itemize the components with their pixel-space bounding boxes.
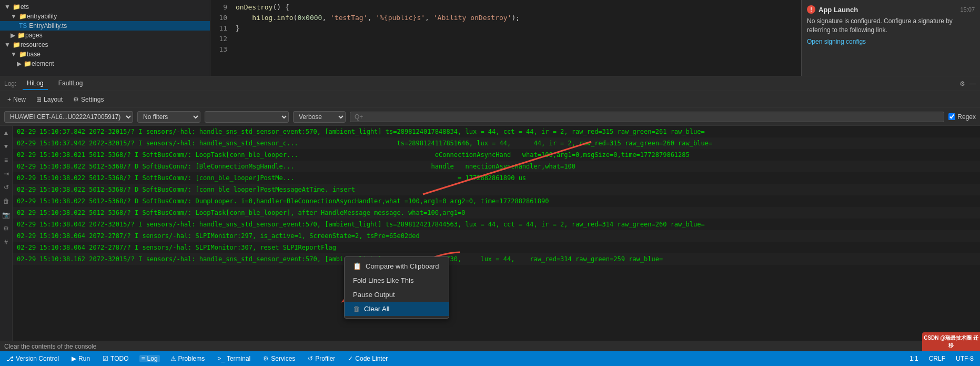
notif-body: No signature is configured. Configure a … [807, 17, 975, 35]
code-token: , [425, 14, 433, 22]
tree-item-ets[interactable]: ▼ 📁 ets [0, 2, 210, 12]
new-button[interactable]: + New [4, 95, 29, 104]
filter-row: HUAWEI CET-AL6...U0222A17005917) No filt… [0, 108, 980, 126]
code-lines: 9 10 11 12 13 onDestroy() { hilog.info(0… [210, 0, 801, 76]
tab-faultlog[interactable]: FaultLog [54, 77, 87, 90]
status-encoding: UTF-8 [954, 355, 976, 362]
log-line: 02-29 15:10:38.022 5012-5368/? D SoftBus… [13, 195, 980, 207]
status-profiler[interactable]: ↺ Profiler [306, 355, 337, 362]
profiler-icon: ↺ [308, 355, 313, 362]
status-msg-text: Clear the contents of the console [4, 343, 96, 350]
sidebar-tag-icon[interactable]: # [2, 238, 11, 247]
settings-button[interactable]: ⚙ Settings [70, 95, 107, 104]
settings-icon[interactable]: ⚙ [959, 80, 965, 87]
regex-checkbox[interactable]: Regex [948, 113, 976, 121]
search-input[interactable] [350, 112, 944, 122]
compare-clipboard-item[interactable]: 📋 Compare with Clipboard [345, 259, 449, 273]
tree-item-base[interactable]: ▼ 📁 base [0, 50, 210, 59]
log-line: 02-29 15:10:38.021 5012-5368/? I SoftBus… [13, 149, 980, 161]
nofilter-select[interactable]: No filters [137, 111, 200, 123]
tree-item-pages[interactable]: ▶ 📁 pages [0, 31, 210, 40]
notif-link[interactable]: Open signing configs [807, 38, 866, 45]
empty-filter-select[interactable] [205, 111, 289, 123]
log-icon: ≡ [142, 355, 145, 362]
bottom-status-msg: Clear the contents of the console [0, 341, 980, 351]
terminal-icon: >_ [217, 355, 225, 362]
regex-label: Regex [957, 113, 976, 121]
tree-label: base [27, 51, 41, 58]
status-run[interactable]: ▶ Run [69, 355, 92, 362]
clear-all-item[interactable]: 🗑 Clear All [345, 302, 449, 316]
device-select[interactable]: HUAWEI CET-AL6...U0222A17005917) [4, 111, 133, 123]
tree-label: element [32, 60, 54, 67]
sidebar-refresh-icon[interactable]: ↺ [2, 183, 11, 192]
layout-icon: ⊞ [36, 96, 42, 103]
status-code-linter[interactable]: ✓ Code Linter [346, 355, 390, 362]
tree-label: resources [21, 41, 48, 48]
sidebar-up-icon[interactable]: ▲ [2, 128, 11, 137]
tree-item-resources[interactable]: ▼ 📁 resources [0, 40, 210, 50]
plus-icon: + [7, 96, 11, 103]
folder-icon: 📁 [24, 60, 32, 67]
sidebar-indent-icon[interactable]: ≡ [2, 155, 11, 165]
log-line: 02-29 15:10:38.022 5012-5368/? I SoftBus… [13, 207, 980, 219]
status-log[interactable]: ≡ Log [139, 355, 160, 362]
regex-check[interactable] [948, 113, 955, 120]
tree-item-element[interactable]: ▶ 📁 element [0, 59, 210, 68]
log-line: 02-29 15:10:38.162 2072-32015/? I sensor… [13, 253, 980, 265]
tab-hilog[interactable]: HiLog [23, 77, 47, 90]
folder-icon: 📁 [19, 51, 27, 58]
notif-time: 15:07 [960, 6, 975, 13]
arrow-icon: ▶ [11, 32, 15, 39]
log-line: 02-29 15:10:37.942 2072-32015/? I sensor… [13, 137, 980, 149]
arrow-icon: ▶ [17, 60, 22, 67]
code-token: onDestroy [236, 3, 272, 11]
fold-lines-item[interactable]: Fold Lines Like This [345, 273, 449, 288]
folder-icon: 📁 [19, 13, 27, 20]
code-token: } [236, 24, 240, 32]
layout-button[interactable]: ⊞ Layout [33, 95, 66, 104]
pause-output-item[interactable]: Pause Output [345, 288, 449, 302]
sidebar-delete-icon[interactable]: 🗑 [2, 196, 11, 206]
log-line: 02-29 15:10:38.022 5012-5368/? D SoftBus… [13, 161, 980, 172]
settings-label: Settings [81, 96, 104, 103]
csdn-text: CSDN @瑞最技术圈 迁移 [922, 333, 980, 350]
tree-label: EntryAbility.ts [29, 22, 67, 29]
ts-icon: TS [19, 22, 27, 29]
error-icon: ! [807, 5, 815, 14]
todo-label: TODO [110, 355, 128, 362]
sidebar-camera-icon[interactable]: 📷 [2, 210, 11, 220]
code-linter-label: Code Linter [355, 355, 388, 362]
status-version-control[interactable]: ⎇ Version Control [4, 355, 61, 362]
arrow-icon: ▼ [11, 13, 17, 20]
minus-icon[interactable]: — [969, 80, 976, 87]
code-line-10: onDestroy() { [236, 2, 801, 13]
compare-icon: 📋 [353, 262, 361, 270]
fold-label: Fold Lines Like This [353, 276, 413, 284]
tree-label: ets [21, 3, 29, 11]
tree-item-entryability[interactable]: ▼ 📁 entryability [0, 12, 210, 21]
main-layout: ▼ 📁 ets ▼ 📁 entryability TS EntryAbility… [0, 0, 980, 366]
version-control-label: Version Control [16, 355, 59, 362]
folder-icon: 📁 [13, 41, 21, 48]
problems-label: Problems [178, 355, 205, 362]
log-line: 02-29 15:10:38.064 2072-2787/? I sensors… [13, 242, 980, 253]
status-services[interactable]: ⚙ Services [261, 355, 297, 362]
status-problems[interactable]: ⚠ Problems [168, 355, 207, 362]
code-token: 0x0000 [297, 14, 322, 22]
tree-item-entryability-ts[interactable]: TS EntryAbility.ts [0, 21, 210, 31]
line-numbers: 9 10 11 12 13 [210, 0, 231, 76]
todo-icon: ☑ [103, 355, 108, 362]
status-todo[interactable]: ☑ TODO [100, 355, 130, 362]
status-right: 1:1 CRLF UTF-8 [907, 355, 976, 362]
arrow-icon: ▼ [11, 51, 17, 58]
sidebar-down-icon[interactable]: ▼ [2, 142, 11, 151]
sidebar-settings2-icon[interactable]: ⚙ [2, 224, 11, 233]
play-icon: ▶ [72, 355, 76, 362]
context-menu: 📋 Compare with Clipboard Fold Lines Like… [344, 256, 449, 319]
sidebar-wrap-icon[interactable]: ⇥ [2, 169, 11, 179]
log-label: Log: [4, 80, 16, 87]
verbose-select[interactable]: Verbose [293, 111, 346, 123]
code-line-12: } [236, 23, 801, 34]
status-terminal[interactable]: >_ Terminal [215, 355, 252, 362]
